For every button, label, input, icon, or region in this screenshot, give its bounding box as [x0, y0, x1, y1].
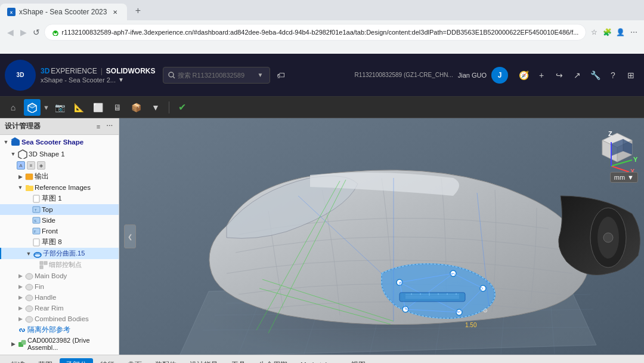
settings-icon[interactable]: ⋯ — [628, 24, 639, 41]
svg-text:F: F — [34, 230, 36, 233]
sub-toolbar-dropdown[interactable]: ▼ — [43, 104, 49, 111]
address-bar[interactable]: r1132100832589-aph7-ifwe.3dexperience.cn… — [44, 24, 586, 41]
tab-sub-parts[interactable]: 子部分 — [60, 358, 93, 364]
extensions-icon[interactable]: 🧩 — [602, 24, 613, 41]
tree-item-reference-images[interactable]: ▼ Reference Images — [0, 182, 119, 193]
tree-label-sea-scooter-shape: Sea Scooter Shape — [21, 139, 83, 146]
tree-item-handle[interactable]: ▶ Handle — [0, 292, 119, 303]
tree-item-combined-bodies[interactable]: ▶ Combined Bodies — [0, 313, 119, 324]
tree-item-front[interactable]: F Front — [0, 226, 119, 236]
axis-widget[interactable]: X Y Z — [584, 124, 638, 178]
tree-label-main-body: Main Body — [35, 272, 67, 279]
tab-close-button[interactable]: ✕ — [110, 7, 120, 17]
compass-icon[interactable]: 🧭 — [515, 67, 532, 84]
new-tab-button[interactable]: + — [129, 2, 146, 19]
tree-label-front: Front — [42, 227, 58, 235]
url-text: r1132100832589-aph7-ifwe.3dexperience.cn… — [61, 29, 578, 36]
user-section: R1132100832589 (GZ1-CRE_CHN... Jian GUO … — [355, 67, 508, 84]
snapshot-btn[interactable]: 📷 — [52, 99, 69, 116]
box-btn[interactable]: 📦 — [128, 99, 145, 116]
tree-item-sea-scooter-shape[interactable]: ▼ Sea Scooter Shape — [0, 136, 119, 148]
refresh-button[interactable]: ↺ — [31, 24, 42, 41]
tab-standard[interactable]: 标准 — [5, 358, 31, 364]
help-icon[interactable]: ? — [605, 67, 621, 84]
svg-marker-8 — [18, 150, 27, 159]
tree-item-3d-shape[interactable]: ▼ 3D Shape 1 — [0, 148, 119, 160]
forward-button[interactable]: ▶ — [18, 24, 29, 41]
user-avatar[interactable]: J — [491, 67, 508, 84]
panel-more-icon[interactable]: ⋯ — [104, 122, 114, 131]
fit-btn[interactable]: ⬜ — [90, 99, 107, 116]
search-dropdown-arrow[interactable]: ▼ — [258, 72, 264, 78]
svg-text:T: T — [35, 208, 37, 212]
more-btn[interactable]: ▼ — [147, 99, 164, 116]
tree-item-isolate-ref[interactable]: 隔离外部参考 — [0, 324, 119, 336]
panel-collapse-icon[interactable]: ≡ — [94, 122, 103, 131]
tree-chevron: ▼ — [2, 139, 10, 146]
assembly-icon — [18, 340, 26, 348]
sea-scooter-icon — [11, 137, 20, 147]
profile-icon[interactable]: 👤 — [615, 24, 626, 41]
tab-sketch-view[interactable]: 草图 — [32, 358, 58, 364]
confirm-btn[interactable]: ✔ — [174, 99, 191, 116]
tree-item-side[interactable]: S Side — [0, 215, 119, 226]
tree-item-control[interactable]: 细部控制点 — [0, 259, 119, 270]
tab-tools[interactable]: 工具 — [225, 358, 252, 364]
tree-item-main-body[interactable]: ▶ Main Body — [0, 270, 119, 281]
plus-icon[interactable]: + — [533, 67, 550, 84]
view-3d-btn[interactable] — [24, 99, 41, 116]
3d-viewport-svg: 1.50 ⊙ — [119, 118, 644, 355]
sketch-icon-3[interactable]: ◈ — [37, 161, 45, 170]
tag-icon[interactable]: 🏷 — [273, 67, 289, 84]
tab-favicon: x — [7, 8, 16, 16]
search-input[interactable] — [178, 72, 255, 79]
browser-tab[interactable]: x xShape - Sea Scooter 2023 ✕ — [0, 4, 127, 20]
tree-item-output[interactable]: ▶ 输出 — [0, 171, 119, 182]
svg-point-25 — [26, 306, 33, 312]
app-search[interactable]: ▼ — [163, 67, 270, 84]
tab-feature[interactable]: 特征 — [94, 358, 120, 364]
tab-marketplace[interactable]: Marketplace — [295, 359, 344, 363]
bookmark-icon[interactable]: ☆ — [589, 24, 599, 41]
tree-item-rear-rim[interactable]: ▶ Rear Rim — [0, 303, 119, 313]
tab-lifecycle[interactable]: 生命周期 — [253, 358, 293, 364]
main-body-icon — [25, 272, 33, 280]
tab-surface[interactable]: 曲面 — [122, 358, 148, 364]
sketch-icon-1[interactable]: A — [17, 161, 25, 170]
tree-item-fin[interactable]: ▶ Fin — [0, 281, 119, 292]
svg-line-82 — [611, 166, 629, 172]
grid-icon[interactable]: ⊞ — [623, 67, 639, 84]
svg-rect-6 — [11, 140, 20, 146]
tab-design-guide[interactable]: 设计指导 — [184, 358, 224, 364]
tree-item-sketch8[interactable]: 草图 8 — [0, 236, 119, 248]
tree-chevron-s1 — [24, 195, 31, 202]
tab-assembly[interactable]: 装配体 — [149, 358, 182, 364]
svg-rect-20 — [44, 262, 47, 264]
tree-chevron-2: ▼ — [10, 150, 17, 158]
tree-item-sub-surface[interactable]: ▼ 子部分曲面.15 — [0, 248, 119, 259]
tree-item-cad[interactable]: ▶ CAD00023982 (Drive Assembl... — [0, 336, 119, 352]
send-icon[interactable]: ↗ — [569, 67, 586, 84]
display-btn[interactable]: 🖥 — [109, 99, 126, 116]
sketch-icon-2[interactable]: ≡ — [27, 161, 35, 170]
bottom-tabs-bar: 标准 草图 子部分 特征 曲面 装配体 设计指导 工具 生命周期 Marketp… — [0, 355, 644, 363]
toolbar-separator — [169, 101, 169, 113]
tree-item-top[interactable]: T Top — [0, 204, 119, 215]
view-home-btn[interactable]: ⌂ — [5, 99, 21, 116]
measure-btn[interactable]: 📐 — [71, 99, 88, 116]
panel-collapse-handle[interactable]: ❮ — [124, 224, 136, 248]
unit-selector[interactable]: mm ▼ — [610, 172, 638, 183]
tree-item-sketch1[interactable]: 草图 1 — [0, 193, 119, 204]
share-icon[interactable]: ↪ — [551, 67, 568, 84]
tab-view[interactable]: 视图 — [345, 358, 371, 364]
tree-chevron-refimg: ▼ — [17, 184, 24, 191]
svg-point-23 — [26, 284, 33, 290]
viewport[interactable]: 1.50 ⊙ ❮ — [119, 118, 644, 355]
design-tree: ▼ Sea Scooter Shape ▼ 3D Shape 1 A ≡ ◈ ▶… — [0, 135, 119, 355]
svg-line-83 — [611, 160, 632, 166]
app-dropdown-arrow[interactable]: ▼ — [118, 76, 124, 83]
search-icon — [168, 72, 175, 79]
tools-icon[interactable]: 🔧 — [587, 67, 603, 84]
cube-icon — [27, 102, 38, 113]
back-button[interactable]: ◀ — [5, 24, 16, 41]
